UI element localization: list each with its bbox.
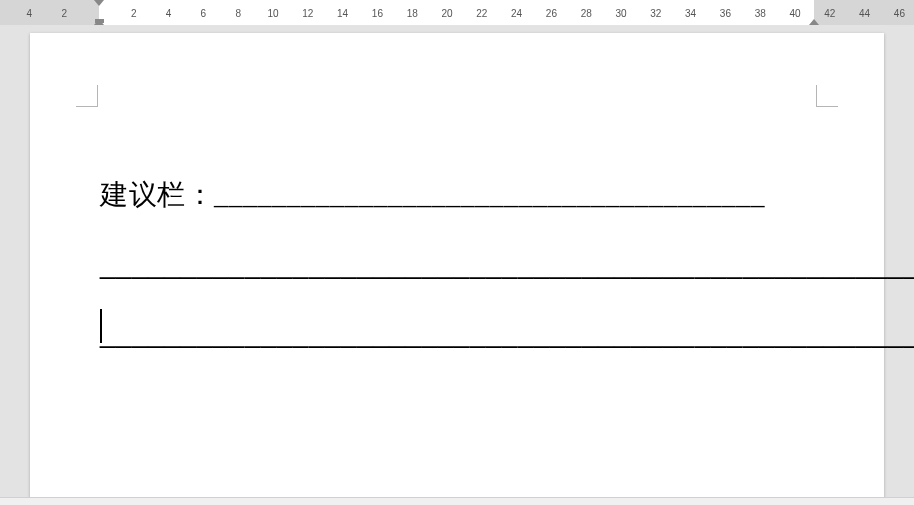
document-body[interactable]: 建议栏：____________________________________… [100,173,824,379]
blank-line: ______________________________________ [214,179,765,210]
left-indent-marker[interactable] [95,19,104,23]
ruler-tick: 4 [166,7,172,18]
ruler-tick: 36 [720,7,731,18]
text-line-3[interactable]: ________________________________________… [100,311,824,356]
ruler-tick: 32 [650,7,661,18]
ruler-tick: 14 [337,7,348,18]
ruler-tick: 38 [755,7,766,18]
margin-guide-top-left [76,85,98,107]
page[interactable]: 建议栏：____________________________________… [30,33,884,497]
field-label: 建议栏： [100,179,214,210]
ruler-tick: 12 [302,7,313,18]
document-viewport[interactable]: 建议栏：____________________________________… [0,25,914,497]
first-line-indent-marker[interactable] [94,0,104,6]
ruler-tick: 42 [824,7,835,18]
margin-guide-top-right [816,85,838,107]
ruler-tick: 44 [859,7,870,18]
horizontal-ruler[interactable]: 4224681012141618202224262830323436384042… [0,0,914,25]
text-line-1[interactable]: 建议栏：____________________________________… [100,173,824,218]
text-cursor [100,309,102,343]
ruler-tick: 2 [131,7,137,18]
ruler-tick: 2 [61,7,67,18]
ruler-tick: 16 [372,7,383,18]
ruler-tick: 34 [685,7,696,18]
ruler-tick: 18 [407,7,418,18]
ruler-scale: 4224681012141618202224262830323436384042… [0,0,914,25]
ruler-tick: 30 [615,7,626,18]
ruler-tick: 4 [27,7,33,18]
horizontal-scrollbar[interactable] [0,497,914,505]
ruler-tick: 20 [441,7,452,18]
ruler-tick: 40 [789,7,800,18]
ruler-tick: 22 [476,7,487,18]
ruler-tick: 28 [581,7,592,18]
ruler-tick: 10 [267,7,278,18]
text-line-2[interactable]: ________________________________________… [100,242,824,287]
ruler-tick: 24 [511,7,522,18]
ruler-tick: 6 [201,7,207,18]
ruler-tick: 46 [894,7,905,18]
ruler-tick: 26 [546,7,557,18]
ruler-tick: 8 [235,7,241,18]
